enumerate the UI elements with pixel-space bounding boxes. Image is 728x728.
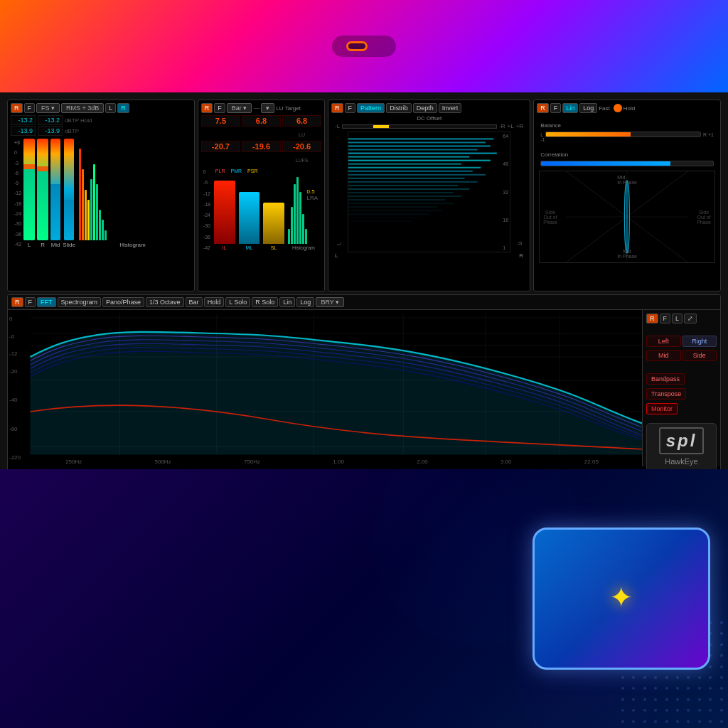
svg-rect-6 — [348, 160, 491, 161]
svg-rect-23 — [348, 220, 413, 222]
fft-btn[interactable]: FFT — [37, 297, 56, 307]
spectrogram-btn[interactable]: Spectrogram — [58, 297, 102, 307]
reset-btn-3[interactable]: R — [331, 103, 343, 113]
spec-reset[interactable]: R — [11, 297, 23, 307]
meters-row: R F FS ▾ RMS + 3dB L R -13.2 -13.2 dBTP … — [7, 100, 721, 291]
svg-rect-16 — [348, 196, 461, 197]
spectrum-controls: R F L ⤢ Left Right Mid Side Bandpass Tra… — [642, 310, 720, 466]
svg-rect-2 — [348, 145, 491, 146]
plugin-badge: ✦ — [532, 528, 710, 670]
r-solo-btn[interactable]: R Solo — [252, 297, 278, 307]
lu-val-1: 7.5 — [201, 115, 240, 127]
lu-val-3: 6.8 — [282, 115, 321, 127]
lu-val-2: 6.8 — [242, 115, 281, 127]
lu-dropdown[interactable]: ▾ — [261, 103, 274, 113]
lu-meter-panel: R F Bar ▾ — ▾ LU Target 7.5 6.8 6.8 LU — [198, 100, 325, 291]
freeze-btn-3[interactable]: F — [345, 103, 356, 113]
reset-btn-4[interactable]: R — [537, 103, 549, 113]
svg-rect-4 — [348, 153, 497, 154]
l-solo-btn[interactable]: L Solo — [225, 297, 250, 307]
val-l1: -13.2 — [11, 115, 36, 125]
distrib-btn[interactable]: Distrib — [386, 103, 412, 113]
svg-rect-8 — [348, 167, 481, 168]
lin-btn[interactable]: Lin — [562, 103, 578, 113]
bandpass-btn[interactable]: Bandpass — [646, 373, 685, 385]
hold-btn[interactable]: Hold — [204, 297, 225, 307]
transpose-btn[interactable]: Transpose — [646, 388, 686, 400]
pano-btn[interactable]: Pano/Phase — [102, 297, 144, 307]
lu-val-6: -20.6 — [282, 141, 321, 152]
octave-btn[interactable]: 1/3 Octave — [146, 297, 184, 307]
pattern-btn[interactable]: Pattern — [357, 103, 385, 113]
reset-btn[interactable]: R — [11, 103, 23, 113]
svg-rect-17 — [348, 199, 445, 200]
spec-expand-btn[interactable]: ⤢ — [684, 314, 697, 323]
svg-rect-9 — [348, 171, 473, 172]
level-meter-panel: R F FS ▾ RMS + 3dB L R -13.2 -13.2 dBTP … — [7, 100, 195, 291]
spectrum-display: 0 -6 -12 -20 -40 -80 -220 — [8, 310, 642, 466]
svg-rect-20 — [348, 210, 442, 211]
bry-dropdown[interactable]: BRY ▾ — [316, 297, 344, 307]
balance-panel: R F Lin Log Fast Hold Balance L R +1 — [533, 100, 721, 291]
log-btn-spec[interactable]: Log — [296, 297, 314, 307]
svg-rect-15 — [348, 192, 454, 193]
invert-btn[interactable]: Invert — [439, 103, 462, 113]
mode-dropdown[interactable]: FS ▾ — [36, 103, 60, 113]
svg-rect-12 — [348, 181, 478, 183]
spl-logo: spl HawkEye Audio Analyzer — [646, 423, 717, 472]
depth-btn[interactable]: Depth — [413, 103, 437, 113]
spec-freeze[interactable]: F — [25, 297, 36, 307]
svg-rect-1 — [348, 141, 486, 143]
spec-l-btn[interactable]: L — [672, 314, 682, 323]
bottom-banner: const dp = document.querySelector('.dot-… — [0, 469, 728, 728]
svg-rect-18 — [348, 203, 454, 204]
svg-rect-0 — [348, 138, 493, 139]
freeze-btn-2[interactable]: F — [214, 103, 225, 113]
right-solo-btn[interactable]: Right — [682, 336, 717, 347]
svg-rect-3 — [348, 149, 478, 151]
svg-rect-11 — [348, 178, 464, 179]
val-r2: -13.9 — [38, 126, 63, 136]
left-solo-btn[interactable]: Left — [646, 336, 681, 347]
svg-rect-13 — [348, 185, 458, 186]
r-btn[interactable]: R — [117, 103, 129, 113]
spectrum-analyzer: R F FFT Spectrogram Pano/Phase 1/3 Octav… — [7, 294, 721, 472]
bar-btn[interactable]: Bar — [186, 297, 203, 307]
lu-val-4: -20.7 — [201, 141, 240, 152]
l-btn[interactable]: L — [105, 103, 116, 113]
plugin-name: HawkEye — [665, 457, 697, 466]
log-btn[interactable]: Log — [579, 103, 597, 113]
side-solo-btn[interactable]: Side — [682, 350, 717, 361]
lu-val-5: -19.6 — [242, 141, 281, 152]
mid-solo-btn[interactable]: Mid — [646, 350, 681, 361]
spl-brand: spl — [666, 431, 697, 450]
svg-rect-7 — [348, 164, 461, 165]
svg-rect-22 — [348, 217, 421, 218]
rms-dropdown[interactable]: RMS + 3dB — [61, 103, 104, 113]
freeze-btn-4[interactable]: F — [550, 103, 562, 113]
top-banner — [0, 0, 728, 92]
bottom-right-badge: ✦ — [515, 469, 728, 728]
lin-btn-spec[interactable]: Lin — [279, 297, 295, 307]
reset-btn-2[interactable]: R — [201, 103, 213, 113]
svg-rect-19 — [348, 206, 437, 208]
svg-rect-10 — [348, 174, 486, 176]
val-l2: -13.9 — [11, 126, 36, 136]
svg-rect-21 — [348, 213, 429, 215]
monitor-btn[interactable]: Monitor — [646, 403, 678, 414]
svg-rect-14 — [348, 188, 469, 190]
plugin-ui: R F FS ▾ RMS + 3dB L R -13.2 -13.2 dBTP … — [0, 92, 728, 469]
spectrum-histogram-panel: R F Pattern Distrib Depth Invert DC Offs… — [328, 100, 530, 291]
freeze-btn[interactable]: F — [24, 103, 36, 113]
star-icon: ✦ — [609, 581, 633, 614]
brand-name — [346, 41, 368, 51]
svg-rect-5 — [348, 156, 469, 158]
spec-r-btn[interactable]: R — [646, 314, 658, 323]
val-r1: -13.2 — [38, 115, 63, 125]
bar-dropdown[interactable]: Bar ▾ — [227, 103, 252, 113]
spec-f-btn[interactable]: F — [660, 314, 671, 323]
